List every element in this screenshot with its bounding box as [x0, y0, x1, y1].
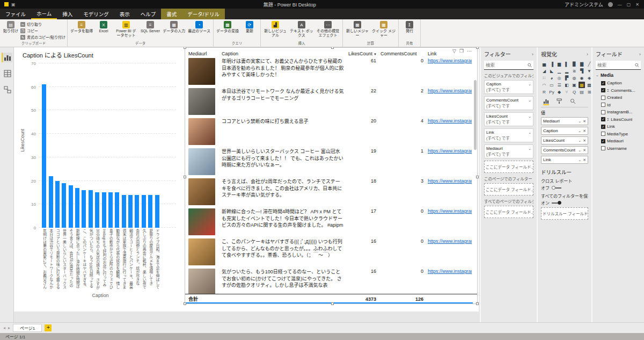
table-row[interactable]: 世界一美しいらしいスターバックス コーヒー 富山冠水公園店にも行って来ました！！… [185, 147, 477, 177]
ribbon-button[interactable]: ⟳更新 [240, 20, 259, 33]
stacked-bar-chart-icon[interactable]: ▅ [541, 61, 547, 67]
chart-bar[interactable] [148, 195, 152, 228]
instagram-link[interactable]: https://www.instagram.com/p [428, 118, 472, 124]
filter-dropzone[interactable]: ここにデータ フィールド... [484, 206, 533, 218]
filter-card[interactable]: Mediaurl⌄(すべて) です [484, 144, 533, 158]
filter-card[interactable]: CommentsCount⌄(すべて) です [484, 96, 533, 110]
table-vertical-scrollbar[interactable] [474, 59, 477, 291]
collapse-fields-icon[interactable]: › [639, 52, 641, 57]
field-table-row[interactable]: ⌄Media [596, 73, 641, 78]
chart-bar[interactable] [115, 192, 119, 228]
resize-handle[interactable] [331, 47, 334, 49]
report-view-icon[interactable] [2, 53, 12, 62]
instagram-link[interactable]: https://www.instagram.com/p [428, 88, 472, 93]
table-row[interactable]: 本日は渋谷でリモートワーク なんか最近よく見かける気がするゴリラコーヒーでモーニ… [185, 87, 477, 117]
slicer-icon[interactable]: ▣ [571, 82, 577, 88]
filters-search-input[interactable] [486, 62, 528, 68]
paginated-report-icon[interactable]: ▤ [579, 89, 585, 95]
stacked-area-chart-icon[interactable]: ◣ [548, 68, 555, 74]
filter-card[interactable]: LikesCount⌄(すべて) です [484, 112, 533, 126]
ribbon-button[interactable]: XExcel [94, 20, 113, 33]
ribbon-tab[interactable]: 書式 [161, 9, 182, 19]
ribbon-button[interactable]: ↥発行 [400, 20, 419, 33]
column-header[interactable]: Caption [222, 51, 344, 56]
ribbon-button[interactable]: ▟新しいビジュアル [262, 20, 288, 38]
field-checkbox[interactable] [601, 132, 605, 136]
analytics-tab-icon[interactable] [570, 98, 576, 105]
filter-dropzone[interactable]: ここにデータ フィールド... [484, 183, 533, 196]
field-checkbox[interactable] [601, 146, 605, 150]
kpi-icon[interactable]: ◧ [564, 82, 570, 88]
clustered-bar-chart-icon[interactable]: ▆ [556, 61, 562, 67]
chart-bar[interactable] [135, 195, 139, 228]
ribbon-tab[interactable]: 表示 [114, 9, 135, 19]
resize-handle[interactable] [184, 176, 186, 178]
keep-filters-toggle[interactable] [552, 201, 561, 205]
more-options-icon[interactable]: ⋯ [467, 48, 472, 54]
ribbon-button[interactable]: ≡データを取得 [69, 20, 94, 33]
treemap-icon[interactable]: ▛ [564, 75, 570, 81]
field-row[interactable]: ✓Mediaurl [596, 138, 641, 145]
pie-chart-icon[interactable]: ◕ [548, 75, 555, 81]
instagram-link[interactable]: https://www.instagram.com/p [428, 208, 472, 214]
close-button[interactable]: ✕ [635, 2, 639, 7]
ribbon-button[interactable]: ◔最近のソース [187, 20, 211, 33]
line-chart-icon[interactable]: ╱ [586, 61, 591, 67]
table-row[interactable]: こ、このパンケーキはヤバすぎる((( ;ﾟ;Д))))) いつも行列してるから、… [185, 237, 477, 267]
chart-bar[interactable] [155, 195, 159, 228]
multi-row-card-icon[interactable]: ☰ [556, 82, 562, 88]
minimize-button[interactable]: — [618, 2, 622, 7]
chart-bar[interactable] [122, 195, 126, 228]
ribbon-tab[interactable]: 挿入 [57, 9, 78, 19]
key-influencers-icon[interactable]: ◆ [556, 89, 562, 95]
field-well-chip[interactable]: Link⌄✕ [541, 156, 588, 164]
gauge-icon[interactable]: ◠ [541, 82, 547, 88]
field-row[interactable]: InstagramB... [596, 108, 641, 116]
cross-report-toggle[interactable] [552, 186, 561, 190]
chart-bar[interactable] [142, 195, 146, 228]
ribbon-tab[interactable]: ホーム [31, 9, 57, 19]
table-row[interactable]: ココアという禁断の味に打ち震える息子204https://www.instagr… [185, 117, 477, 147]
filter-card[interactable]: Link⌄(すべて) です [484, 128, 533, 142]
instagram-link[interactable]: https://www.instagram.com/p [428, 178, 472, 184]
100-stacked-bar-chart-icon[interactable]: ▉ [571, 61, 577, 67]
field-checkbox[interactable] [601, 110, 605, 114]
ribbon-button[interactable]: ✎書式のコピー/貼り付け [20, 34, 65, 40]
ribbon-button[interactable]: ▤貼り付け [2, 20, 20, 33]
resize-handle[interactable] [184, 47, 186, 49]
field-well-chip[interactable]: Caption⌄✕ [541, 127, 588, 135]
instagram-link[interactable]: https://www.instagram.com/p [428, 58, 472, 63]
bar-chart-visual[interactable]: Caption による LikesCount LikesCount 010203… [19, 48, 181, 305]
ribbon-button[interactable]: ✂切り取り [20, 21, 65, 27]
instagram-link[interactable]: https://www.instagram.com/p [428, 269, 472, 274]
table-row[interactable]: 年明けは妻の実家にて、お義父さんからひたすら秘蔵の日本酒を勧められました！ 駒泉… [185, 57, 477, 87]
fields-search-input[interactable] [597, 62, 635, 68]
python-visual-icon[interactable]: Py [548, 89, 555, 95]
resize-handle[interactable] [476, 302, 479, 305]
qna-visual-icon[interactable]: Q [571, 89, 577, 95]
field-checkbox[interactable]: ✓ [601, 88, 605, 92]
line-stacked-column-chart-icon[interactable]: ▂ [564, 68, 570, 74]
ribbon-tab[interactable]: ヘルプ [135, 9, 162, 19]
chart-bar[interactable] [69, 185, 73, 228]
column-header[interactable]: LikesCount▼ [348, 51, 376, 56]
field-row[interactable]: ✓Caption [596, 79, 641, 87]
maximize-button[interactable]: ▢ [627, 2, 631, 7]
field-checkbox[interactable]: ✓ [601, 139, 605, 143]
ribbon-button[interactable]: ▥Power BI データセット [113, 20, 139, 38]
ribbon-button[interactable]: ▦クイック メジャー [371, 20, 397, 38]
column-header[interactable]: Mediaurl [188, 51, 217, 56]
resize-handle[interactable] [331, 302, 334, 305]
shape-map-icon[interactable]: ◈ [586, 75, 591, 81]
field-row[interactable]: ✓Link [596, 123, 641, 131]
field-row[interactable]: ✓ΣComments... [596, 87, 641, 95]
matrix-icon[interactable]: ▩ [586, 82, 591, 88]
ribbon-button[interactable]: ▦新しいメジャー [345, 20, 370, 38]
funnel-chart-icon[interactable]: ▼ [586, 68, 591, 74]
signed-in-user[interactable]: アドミンシステム [565, 1, 603, 8]
field-row[interactable]: Username [596, 145, 641, 153]
add-page-button[interactable]: + [45, 324, 52, 331]
chart-bar[interactable] [55, 181, 60, 228]
page-tab[interactable]: ページ1 [13, 324, 42, 332]
get-more-visuals-icon[interactable]: ⊞ [586, 89, 591, 95]
